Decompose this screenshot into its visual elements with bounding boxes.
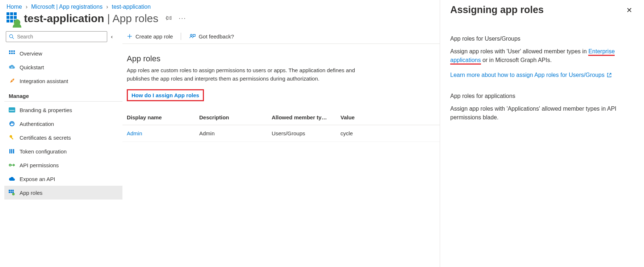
search-icon (9, 34, 14, 39)
app-roles-table: Display name Description Allowed member … (122, 110, 440, 142)
cell-value: cycle (336, 125, 440, 142)
svg-rect-23 (9, 192, 10, 193)
sidebar-item-label: Branding & properties (20, 107, 72, 113)
page-title-suffix: | App roles (104, 12, 159, 24)
tiles-icon (9, 50, 15, 57)
svg-line-1 (12, 37, 14, 39)
breadcrumb-home[interactable]: Home (7, 4, 22, 10)
svg-point-29 (191, 34, 192, 36)
col-value[interactable]: Value (336, 110, 440, 125)
sidebar-item-label: Expose an API (20, 176, 55, 182)
got-feedback-label: Got feedback? (198, 33, 234, 40)
app-roles-icon (9, 189, 15, 196)
sidebar-item-label: App roles (20, 190, 42, 196)
section-description: App roles are custom roles to assign per… (122, 66, 361, 83)
sidebar-item-label: Certificates & secrets (20, 135, 71, 141)
external-link-icon (607, 73, 612, 78)
side-panel: Assigning app roles ✕ App roles for User… (440, 0, 644, 267)
sidebar-item-certificates[interactable]: Certificates & secrets (4, 131, 122, 144)
got-feedback-button[interactable]: Got feedback? (189, 33, 234, 40)
cloud-icon (9, 176, 15, 182)
sidebar-item-label: Token configuration (20, 148, 67, 155)
toolbar: Create app role Got feedback? (122, 31, 440, 44)
table-row[interactable]: Admin Admin Users/Groups cycle (122, 125, 440, 142)
create-app-role-button[interactable]: Create app role (127, 33, 173, 40)
sidebar-item-authentication[interactable]: Authentication (4, 117, 122, 131)
panel-users-para-suffix: or in Microsoft Graph APIs. (481, 57, 552, 63)
svg-point-0 (9, 34, 13, 38)
sidebar-section-manage: Manage (4, 88, 122, 102)
learn-more-label: Learn more about how to assign App roles… (450, 72, 605, 78)
breadcrumb: Home › Microsoft | App registrations › t… (0, 0, 440, 10)
sidebar-item-app-roles[interactable]: App roles (4, 186, 122, 200)
search-input-wrapper[interactable] (6, 31, 107, 42)
how-do-i-assign-link[interactable]: How do I assign App roles (131, 92, 199, 98)
feedback-icon (189, 33, 196, 39)
collapse-sidebar-icon[interactable]: ‹‹ (111, 34, 111, 40)
learn-more-link[interactable]: Learn more about how to assign App roles… (450, 72, 634, 78)
assign-roles-link-highlight: How do I assign App roles (127, 89, 204, 101)
sidebar-item-label: Authentication (20, 121, 54, 127)
panel-apps-heading: App roles for applications (450, 93, 634, 99)
panel-apps-paragraph: Assign app roles with 'Applications' all… (450, 104, 634, 122)
rocket-icon (9, 78, 15, 84)
svg-rect-2 (9, 50, 11, 52)
section-heading: App roles (122, 44, 440, 66)
cell-description: Admin (195, 125, 267, 142)
key-icon (9, 134, 15, 141)
svg-rect-17 (13, 149, 14, 153)
more-icon[interactable]: ··· (179, 15, 186, 23)
col-display-name[interactable]: Display name (122, 110, 195, 125)
create-app-role-label: Create app role (135, 33, 173, 40)
search-input[interactable] (16, 33, 104, 40)
sidebar-item-quickstart[interactable]: Quickstart (4, 60, 122, 74)
svg-rect-16 (11, 149, 12, 153)
plus-icon (127, 33, 133, 39)
sidebar-item-label: Overview (20, 50, 42, 57)
pin-icon[interactable] (166, 15, 172, 23)
sidebar-item-label: Integration assistant (20, 78, 68, 84)
page-title: test-application | App roles (24, 12, 158, 25)
sidebar-item-label: Quickstart (20, 64, 44, 70)
panel-users-paragraph: Assign app roles with 'User' allowed mem… (450, 47, 634, 65)
sidebar-item-api-permissions[interactable]: API permissions (4, 158, 122, 172)
breadcrumb-app-registrations[interactable]: Microsoft | App registrations (31, 4, 103, 10)
svg-point-18 (9, 164, 11, 166)
svg-rect-3 (11, 50, 13, 52)
token-icon (9, 148, 15, 155)
sidebar-item-token-config[interactable]: Token configuration (4, 144, 122, 158)
page-title-app-name: test-application (24, 12, 104, 24)
svg-text:www: www (9, 109, 14, 111)
panel-title: Assigning app roles (450, 4, 544, 16)
col-description[interactable]: Description (195, 110, 267, 125)
sidebar-item-branding[interactable]: www Branding & properties (4, 103, 122, 117)
svg-rect-22 (12, 190, 14, 191)
sidebar: ‹‹ Overview Quickstart Integration assis… (0, 28, 122, 267)
svg-point-8 (12, 80, 13, 81)
auth-icon (9, 120, 15, 127)
api-permissions-icon (9, 162, 15, 168)
svg-point-26 (12, 193, 15, 196)
sidebar-item-integration-assistant[interactable]: Integration assistant (4, 74, 122, 88)
svg-rect-4 (13, 50, 15, 52)
sidebar-item-label: API permissions (20, 162, 59, 168)
sidebar-item-overview[interactable]: Overview (4, 46, 122, 60)
sidebar-item-expose-api[interactable]: Expose an API (4, 172, 122, 186)
svg-rect-15 (9, 149, 11, 153)
page-title-row: test-application | App roles ··· (0, 10, 440, 28)
cell-display-name[interactable]: Admin (122, 125, 195, 142)
svg-rect-6 (11, 53, 13, 54)
breadcrumb-app[interactable]: test-application (112, 4, 151, 10)
chevron-right-icon: › (26, 4, 28, 10)
close-icon[interactable]: ✕ (625, 4, 634, 16)
app-icon (7, 12, 19, 25)
col-allowed[interactable]: Allowed member ty… (267, 110, 336, 125)
toolbar-separator (181, 33, 181, 40)
svg-rect-5 (9, 53, 11, 54)
cell-allowed: Users/Groups (267, 125, 336, 142)
svg-rect-24 (11, 192, 12, 193)
svg-rect-14 (11, 137, 13, 140)
svg-rect-21 (11, 190, 12, 191)
svg-rect-7 (13, 53, 15, 54)
panel-users-para-prefix: Assign app roles with 'User' allowed mem… (450, 48, 588, 54)
